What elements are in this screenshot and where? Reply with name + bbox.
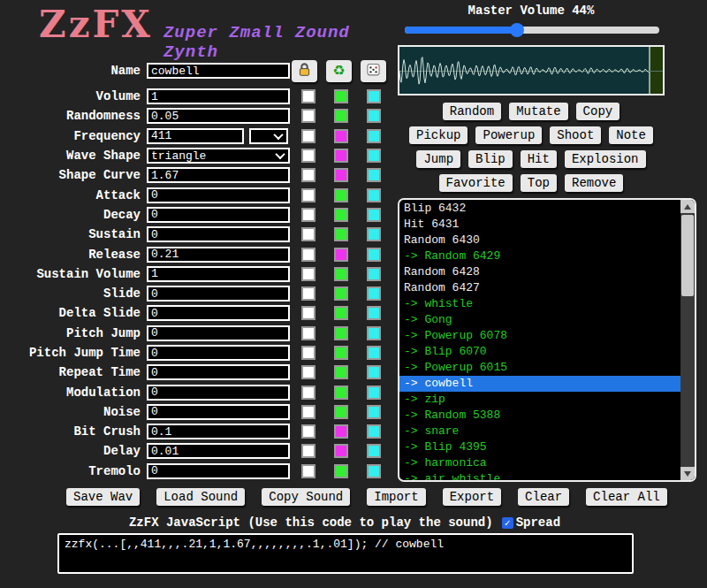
changed-indicator[interactable] — [334, 405, 348, 419]
sustain-input[interactable] — [147, 226, 290, 242]
wave-shape-select[interactable]: triangle — [147, 148, 290, 164]
graph-button[interactable] — [367, 286, 381, 301]
changed-indicator[interactable] — [334, 208, 348, 222]
changed-indicator[interactable] — [334, 227, 348, 241]
lock-checkbox[interactable] — [301, 208, 315, 222]
sound-list-item[interactable]: -> Powerup 6078 — [399, 328, 680, 344]
favorite-button[interactable]: Favorite — [439, 174, 513, 192]
mutate-button[interactable]: Mutate — [509, 103, 567, 120]
scroll-up-button[interactable] — [680, 200, 695, 213]
lock-checkbox[interactable] — [301, 267, 315, 281]
changed-indicator[interactable] — [334, 386, 348, 400]
lock-checkbox[interactable] — [301, 346, 315, 360]
release-input[interactable] — [147, 247, 290, 263]
graph-button[interactable] — [367, 464, 381, 478]
name-input[interactable] — [147, 63, 290, 79]
graph-button[interactable] — [367, 306, 381, 320]
frequency-input[interactable] — [147, 128, 244, 144]
slide-input[interactable] — [147, 286, 290, 302]
graph-button[interactable] — [367, 267, 381, 281]
copy-sound-button[interactable]: Copy Sound — [262, 488, 350, 506]
copy-button[interactable]: Copy — [576, 103, 620, 120]
graph-button[interactable] — [367, 89, 381, 103]
sound-list-item[interactable]: Blip 6432 — [399, 201, 680, 217]
randomness-input[interactable] — [147, 108, 290, 124]
graph-button[interactable] — [367, 365, 381, 379]
powerup-button[interactable]: Powerup — [475, 126, 542, 144]
sound-list-item[interactable]: Random 6427 — [399, 280, 680, 296]
save-wav-button[interactable]: Save Wav — [66, 488, 140, 506]
graph-button[interactable] — [367, 109, 381, 123]
clear-all-button[interactable]: Clear All — [586, 488, 667, 506]
changed-indicator[interactable] — [334, 464, 348, 478]
random-button[interactable]: Random — [443, 103, 501, 120]
changed-indicator[interactable] — [334, 286, 348, 301]
shape-curve-input[interactable] — [147, 167, 290, 183]
lock-checkbox[interactable] — [301, 326, 315, 340]
graph-button[interactable] — [367, 444, 381, 458]
lock-checkbox[interactable] — [301, 424, 315, 439]
graph-button[interactable] — [367, 208, 381, 222]
jump-button[interactable]: Jump — [416, 150, 460, 168]
sound-list-item[interactable]: -> whistle — [399, 296, 680, 312]
lock-checkbox[interactable] — [301, 286, 315, 301]
changed-indicator[interactable] — [334, 109, 348, 123]
lock-checkbox[interactable] — [301, 386, 315, 400]
import-button[interactable]: Import — [367, 488, 425, 506]
delta-slide-input[interactable] — [147, 305, 290, 321]
changed-indicator[interactable] — [334, 346, 348, 360]
graph-button[interactable] — [367, 424, 381, 439]
scroll-down-button[interactable] — [680, 467, 695, 480]
lock-checkbox[interactable] — [301, 444, 315, 458]
load-sound-button[interactable]: Load Sound — [156, 488, 245, 506]
changed-indicator[interactable] — [334, 188, 348, 202]
graph-button[interactable] — [367, 248, 381, 262]
hit-button[interactable]: Hit — [521, 150, 557, 168]
changed-indicator[interactable] — [334, 248, 348, 262]
clear-button[interactable]: Clear — [518, 488, 569, 506]
top-button[interactable]: Top — [521, 174, 557, 192]
sound-list-item[interactable]: -> air whistle — [399, 471, 680, 480]
changed-indicator[interactable] — [334, 326, 348, 340]
changed-indicator[interactable] — [334, 267, 348, 281]
modulation-input[interactable] — [147, 385, 290, 401]
repeat-time-input[interactable] — [147, 364, 290, 380]
lock-checkbox[interactable] — [301, 248, 315, 262]
lock-checkbox[interactable] — [301, 306, 315, 320]
sound-list-item[interactable]: Hit 6431 — [399, 217, 680, 233]
lock-checkbox[interactable] — [301, 405, 315, 419]
sound-list-item[interactable]: -> harmonica — [399, 455, 680, 471]
frequency-preset-select[interactable] — [249, 128, 288, 144]
list-scrollbar[interactable] — [680, 200, 695, 480]
lock-checkbox[interactable] — [301, 109, 315, 123]
shoot-button[interactable]: Shoot — [550, 126, 601, 144]
lock-checkbox[interactable] — [301, 168, 315, 182]
lock-checkbox[interactable] — [301, 365, 315, 379]
changed-indicator[interactable] — [334, 149, 348, 163]
lock-button[interactable] — [292, 60, 317, 82]
randomize-button[interactable] — [361, 60, 386, 82]
lock-checkbox[interactable] — [301, 129, 315, 143]
lock-checkbox[interactable] — [301, 464, 315, 478]
changed-indicator[interactable] — [334, 129, 348, 143]
graph-button[interactable] — [367, 386, 381, 400]
lock-checkbox[interactable] — [301, 89, 315, 103]
graph-button[interactable] — [367, 326, 381, 340]
recycle-button[interactable]: ♻ — [326, 60, 352, 82]
pitch-jump-input[interactable] — [147, 325, 290, 341]
waveform-display[interactable] — [398, 45, 665, 95]
sound-list-item[interactable]: -> Gong — [399, 312, 680, 328]
explosion-button[interactable]: Explosion — [565, 150, 646, 168]
remove-button[interactable]: Remove — [565, 174, 623, 192]
graph-button[interactable] — [367, 188, 381, 202]
bit-crush-input[interactable] — [147, 424, 290, 439]
changed-indicator[interactable] — [334, 365, 348, 379]
attack-input[interactable] — [147, 187, 290, 203]
sound-list-item[interactable]: -> cowbell — [399, 376, 680, 392]
slider-thumb[interactable] — [510, 23, 524, 37]
sound-list-item[interactable]: -> snare — [399, 424, 680, 439]
changed-indicator[interactable] — [334, 306, 348, 320]
spread-checkbox[interactable]: ✓ — [502, 517, 513, 529]
sound-list-item[interactable]: -> Blip 6070 — [399, 344, 680, 360]
changed-indicator[interactable] — [334, 424, 348, 439]
